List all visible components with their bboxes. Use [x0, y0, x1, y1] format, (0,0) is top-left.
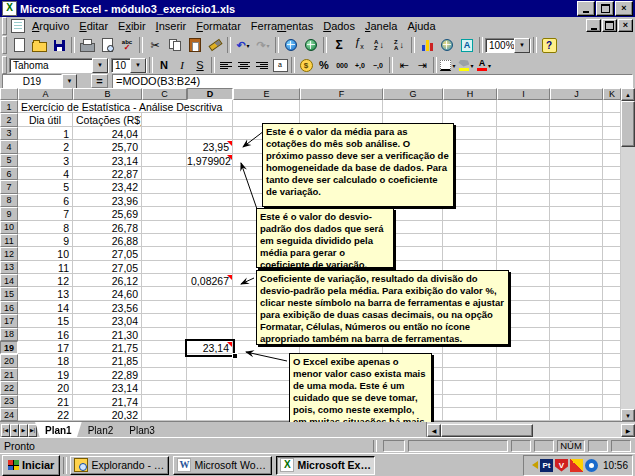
cell-J20[interactable]	[550, 354, 603, 367]
cell-I21[interactable]	[497, 368, 550, 381]
cell-J23[interactable]	[550, 395, 603, 408]
cell-B5[interactable]: 23,14	[73, 154, 142, 167]
column-header-C[interactable]: C	[142, 88, 187, 100]
cell-C19[interactable]	[142, 341, 187, 354]
cell-C15[interactable]	[142, 287, 187, 300]
row-header-7[interactable]: 7	[0, 180, 18, 193]
cell-J10[interactable]	[550, 221, 603, 234]
tool-paste[interactable]	[185, 35, 205, 55]
menu-item-formatar[interactable]: Formatar	[191, 19, 246, 33]
cell-J24[interactable]	[550, 408, 603, 421]
cell-C10[interactable]	[142, 221, 187, 234]
cell-K18[interactable]	[603, 328, 621, 341]
taskbar-button-word[interactable]: WMicrosoft Word - Estatístic...	[173, 456, 272, 475]
cell-A13[interactable]: 11	[18, 261, 73, 274]
horizontal-scroll-thumb[interactable]	[441, 424, 533, 437]
cell-I8[interactable]	[497, 194, 550, 207]
column-header-G[interactable]: G	[383, 88, 443, 100]
cell-H11[interactable]	[443, 234, 497, 247]
cell-D16[interactable]	[187, 301, 233, 314]
cell-C4[interactable]	[142, 140, 187, 153]
minimize-button[interactable]	[577, 1, 595, 16]
tool-italic[interactable]: I	[173, 57, 191, 73]
fill-handle[interactable]	[232, 353, 238, 359]
tool-drawing[interactable]: A	[457, 35, 477, 55]
row-header-8[interactable]: 8	[0, 194, 18, 207]
tool-spelling[interactable]: abc✓	[117, 35, 137, 55]
cell-B13[interactable]: 27,05	[73, 261, 142, 274]
cell-D12[interactable]	[187, 247, 233, 260]
cell-H21[interactable]	[443, 368, 497, 381]
cell-I22[interactable]	[497, 381, 550, 394]
cell-I12[interactable]	[497, 247, 550, 260]
cell-J12[interactable]	[550, 247, 603, 260]
row-header-10[interactable]: 10	[0, 221, 18, 234]
cell-I5[interactable]	[497, 154, 550, 167]
row-header-17[interactable]: 17	[0, 314, 18, 327]
cell-C3[interactable]	[142, 127, 187, 140]
cell-D24[interactable]	[187, 408, 233, 421]
cell-I4[interactable]	[497, 140, 550, 153]
cell-B22[interactable]: 23,14	[73, 381, 142, 394]
row-header-2[interactable]: 2	[0, 113, 18, 126]
prev-sheet-button[interactable]: ◀	[10, 424, 19, 437]
cell-K2[interactable]	[603, 113, 621, 126]
cell-C14[interactable]	[142, 274, 187, 287]
menu-item-editar[interactable]: Editar	[74, 19, 113, 33]
formula-input[interactable]: =MODO(B3:B24)	[112, 74, 633, 89]
cell-J18[interactable]	[550, 328, 603, 341]
font-size-combobox[interactable]: 10 ▼	[111, 58, 147, 73]
row-header-16[interactable]: 16	[0, 301, 18, 314]
cell-B14[interactable]: 26,12	[73, 274, 142, 287]
cell-H24[interactable]	[443, 408, 497, 421]
cell-I10[interactable]	[497, 221, 550, 234]
start-button[interactable]: Iniciar	[2, 455, 60, 476]
zoom-dropdown-icon[interactable]: ▼	[514, 38, 530, 53]
cell-D11[interactable]	[187, 234, 233, 247]
cell-J9[interactable]	[550, 207, 603, 220]
cell-J17[interactable]	[550, 314, 603, 327]
tool-copy[interactable]	[165, 35, 185, 55]
cell-A9[interactable]: 7	[18, 207, 73, 220]
cell-K15[interactable]	[603, 287, 621, 300]
cell-J5[interactable]	[550, 154, 603, 167]
cell-C5[interactable]	[142, 154, 187, 167]
cell-D7[interactable]	[187, 180, 233, 193]
cell-K13[interactable]	[603, 261, 621, 274]
cell-K7[interactable]	[603, 180, 621, 193]
cell-I20[interactable]	[497, 354, 550, 367]
vertical-scroll-thumb[interactable]	[621, 101, 635, 147]
cell-A12[interactable]: 10	[18, 247, 73, 260]
tool-currency[interactable]: $	[297, 57, 315, 73]
cell-K5[interactable]	[603, 154, 621, 167]
cell-A8[interactable]: 6	[18, 194, 73, 207]
cell-I9[interactable]	[497, 207, 550, 220]
menu-item-ajuda[interactable]: Ajuda	[402, 19, 440, 33]
tool-map[interactable]	[437, 35, 457, 55]
cell-K11[interactable]	[603, 234, 621, 247]
scroll-left-button[interactable]: ◀	[427, 424, 441, 437]
tool-open[interactable]	[29, 35, 49, 55]
tool-align-right[interactable]	[253, 57, 271, 73]
row-header-14[interactable]: 14	[0, 274, 18, 287]
cell-B24[interactable]: 20,32	[73, 408, 142, 421]
cell-C22[interactable]	[142, 381, 187, 394]
cell-B8[interactable]: 23,96	[73, 194, 142, 207]
tool-sort-descending[interactable]: ZA↓	[389, 35, 409, 55]
cell-D6[interactable]	[187, 167, 233, 180]
cell-K6[interactable]	[603, 167, 621, 180]
cell-B16[interactable]: 23,56	[73, 301, 142, 314]
column-header-H[interactable]: H	[443, 88, 497, 100]
cell-K24[interactable]	[603, 408, 621, 421]
tool-increase-decimal[interactable]: +,0	[351, 57, 369, 73]
column-header-J[interactable]: J	[550, 88, 603, 100]
tool-decrease-indent[interactable]: ⇤	[395, 57, 413, 73]
tool-print-preview[interactable]	[97, 35, 117, 55]
cell-C11[interactable]	[142, 234, 187, 247]
cell-B4[interactable]: 25,70	[73, 140, 142, 153]
menu-item-inserir[interactable]: Inserir	[151, 19, 192, 33]
cell-J19[interactable]	[550, 341, 603, 354]
menu-item-ferramentas[interactable]: Ferramentas	[246, 19, 318, 33]
first-sheet-button[interactable]: |◀	[1, 424, 10, 437]
cell-D23[interactable]	[187, 395, 233, 408]
